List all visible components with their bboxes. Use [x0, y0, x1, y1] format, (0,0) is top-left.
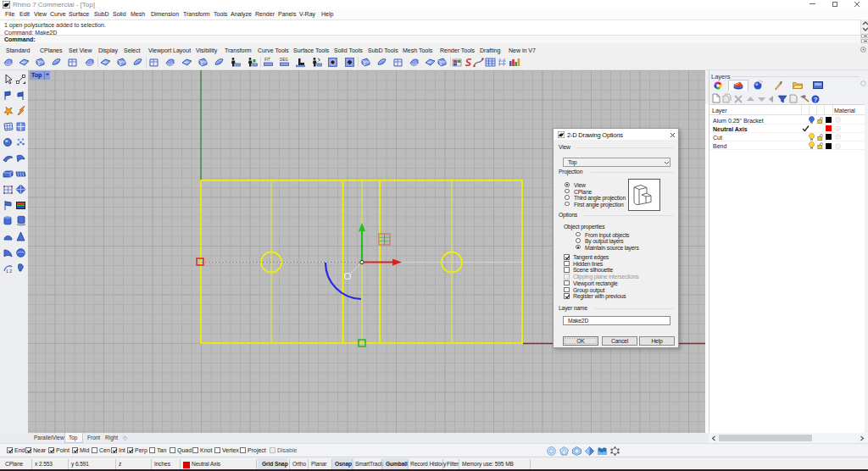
svg-text:FIT: FIT	[264, 58, 270, 62]
svg-text:1 2: 1 2	[6, 269, 12, 274]
svg-text:DEG: DEG	[280, 58, 288, 62]
svg-text:?: ?	[814, 96, 818, 103]
